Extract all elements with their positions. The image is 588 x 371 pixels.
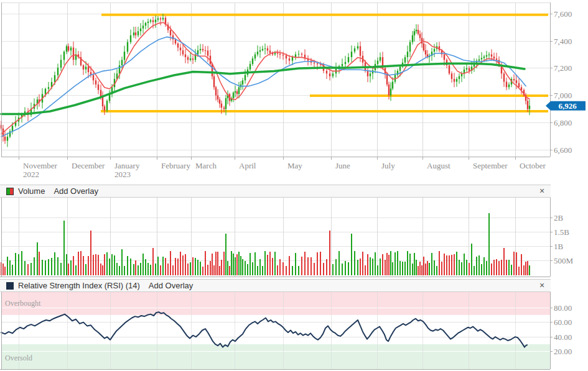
volume-bar — [498, 261, 500, 275]
x-axis-sublabel: 2022 — [23, 170, 39, 179]
volume-bar — [493, 260, 495, 275]
candlestick — [147, 22, 149, 23]
rsi-add-overlay-link[interactable]: Add Overlay — [149, 281, 194, 290]
last-price-label: 6,926 — [558, 101, 577, 111]
candlestick — [104, 106, 105, 111]
volume-bar — [247, 264, 249, 275]
volume-bar — [102, 265, 104, 275]
volume-bar — [272, 258, 274, 275]
volume-bar — [323, 263, 325, 275]
volume-bar — [301, 257, 303, 275]
volume-bar — [525, 262, 527, 275]
candlestick — [390, 89, 391, 96]
candlestick — [182, 50, 184, 55]
candlestick — [407, 52, 408, 57]
volume-bar — [21, 251, 23, 275]
candlestick — [215, 87, 217, 95]
volume-bar — [382, 254, 384, 275]
candlestick — [48, 87, 49, 89]
candlestick — [138, 31, 139, 35]
volume-close-icon[interactable]: × — [536, 186, 548, 196]
candlestick — [370, 73, 371, 76]
volume-bar — [451, 255, 453, 275]
candlestick — [175, 39, 176, 44]
volume-bar — [88, 256, 90, 275]
volume-bar — [402, 262, 404, 275]
volume-axis-label: 1.5B — [554, 227, 569, 237]
candlestick — [70, 48, 72, 51]
volume-bar — [73, 256, 75, 275]
x-axis-label: May — [287, 161, 302, 170]
charting-app: 7,6007,4007,2007,0006,8006,600November20… — [0, 0, 588, 371]
candlestick — [348, 57, 349, 62]
volume-bar — [286, 266, 287, 275]
volume-bar — [483, 257, 485, 275]
volume-bar — [461, 262, 463, 275]
volume-bar — [27, 264, 29, 275]
volume-bar — [39, 252, 40, 275]
candlestick — [60, 60, 62, 68]
volume-bar — [513, 252, 515, 275]
volume-bar — [45, 260, 47, 275]
volume-bar — [436, 266, 438, 275]
rsi-axis-label: 60.00 — [554, 318, 572, 327]
candlestick — [83, 65, 84, 70]
x-axis-label: November — [23, 161, 58, 170]
volume-bar — [42, 260, 44, 275]
volume-bar — [434, 260, 436, 275]
volume-bar — [372, 259, 374, 275]
volume-bar — [310, 257, 312, 275]
candlestick — [529, 106, 530, 109]
candlestick — [127, 42, 128, 52]
volume-bar — [471, 244, 473, 275]
volume-bar — [441, 262, 443, 275]
rsi-axis-label: 20.00 — [554, 347, 572, 356]
volume-bar — [414, 253, 416, 275]
candlestick — [254, 55, 256, 59]
volume-bar — [367, 254, 369, 275]
volume-bar — [529, 265, 531, 275]
volume-bar — [18, 254, 20, 275]
volume-bar — [362, 252, 364, 275]
volume-bar — [282, 262, 284, 275]
volume-bar — [295, 253, 297, 275]
volume-bar — [454, 254, 455, 275]
volume-bar — [145, 259, 147, 275]
candlestick — [481, 58, 482, 59]
volume-bar — [257, 266, 259, 275]
rsi-close-icon[interactable]: × — [536, 280, 548, 291]
volume-bar — [269, 252, 271, 275]
candlestick — [329, 73, 330, 76]
candlestick — [360, 46, 361, 55]
y-axis-label: 6,600 — [554, 145, 572, 155]
candlestick — [506, 82, 507, 88]
volume-bar — [320, 252, 322, 275]
volume-bar — [63, 221, 65, 275]
volume-bar — [66, 254, 68, 275]
volume-bar — [68, 263, 70, 275]
volume-bar — [182, 255, 184, 275]
volume-bar — [24, 261, 26, 275]
volume-bar — [392, 262, 394, 275]
volume-bar — [160, 265, 162, 275]
volume-bar — [104, 254, 106, 275]
rsi-axis-label: 40.00 — [554, 332, 572, 342]
volume-bar — [231, 251, 233, 275]
volume-bar — [375, 252, 376, 275]
volume-axis-label: 1B — [554, 242, 564, 251]
volume-bar — [506, 260, 508, 275]
candlestick — [73, 48, 74, 60]
volume-bar — [202, 267, 204, 275]
volume-bar — [195, 258, 197, 275]
volume-add-overlay-link[interactable]: Add Overlay — [54, 186, 98, 196]
volume-bar — [254, 252, 256, 275]
volume-bar — [200, 262, 202, 275]
candlestick — [521, 87, 522, 89]
volume-bar — [242, 259, 244, 275]
volume-bar — [172, 265, 174, 275]
candlestick — [172, 35, 174, 40]
volume-bar — [449, 255, 450, 275]
volume-bar — [501, 260, 503, 275]
x-axis-label: September — [473, 161, 508, 170]
volume-axis-label: 500M — [554, 256, 574, 265]
